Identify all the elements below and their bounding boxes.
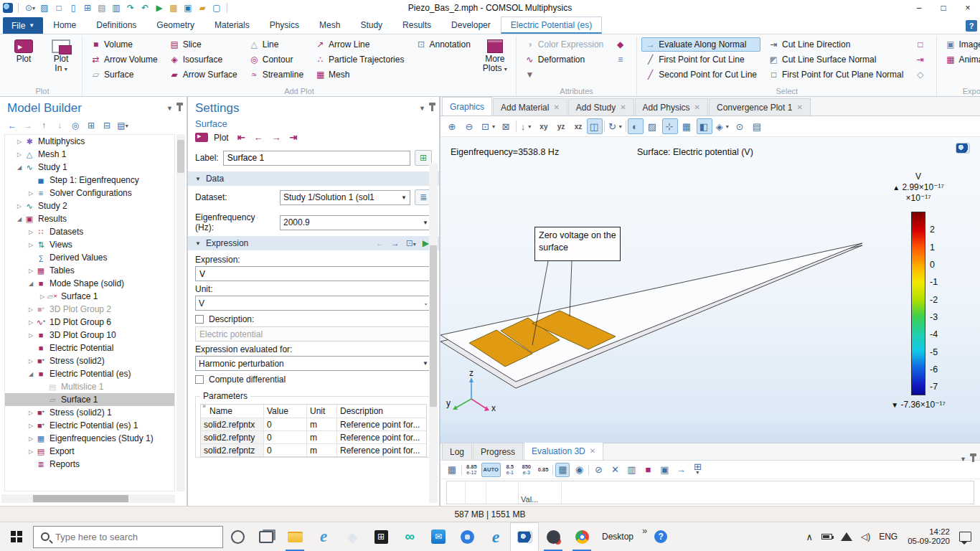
desktop-toolbar-label[interactable]: Desktop	[596, 532, 639, 542]
volume-icon[interactable]: ◁)	[857, 522, 874, 551]
comsol-icon[interactable]	[510, 522, 539, 551]
select-normal-button[interactable]	[911, 52, 932, 67]
tree-expander-icon[interactable]: ▷	[27, 423, 35, 429]
save-as-icon[interactable]: ▩	[167, 1, 180, 14]
copy-icon[interactable]: ▥	[110, 1, 123, 14]
search-input[interactable]	[55, 532, 199, 542]
tree-item[interactable]: ▷ Views	[5, 238, 174, 251]
tree-item[interactable]: Reports	[5, 458, 174, 471]
tree-horizontal-scrollbar[interactable]	[1, 494, 175, 503]
tree-item[interactable]: Step 1: Eigenfrequency	[5, 174, 174, 187]
tree-item[interactable]: ▷ Study 2	[5, 199, 174, 212]
tree-item[interactable]: ▷ Datasets	[5, 225, 174, 238]
taskbar-search[interactable]	[33, 526, 223, 548]
tree-expander-icon[interactable]: ◢	[15, 164, 24, 171]
tree-expander-icon[interactable]: ◢	[27, 371, 35, 377]
show-axes-icon[interactable]: ⊹	[662, 118, 678, 134]
tree-expander-icon[interactable]: ▷	[15, 138, 24, 145]
scene-light-icon[interactable]: ◐	[628, 118, 644, 134]
tree-expander-icon[interactable]: ▷	[27, 319, 35, 326]
minimize-button[interactable]: –	[907, 0, 931, 16]
tree-item[interactable]: ▷ Eigenfrequencies (Study 1)	[5, 432, 174, 445]
tree-item[interactable]: ▷ Electric Potential (es) 1	[5, 419, 174, 432]
cut-line-surface-normal-button[interactable]: Cut Line Surface Normal	[765, 52, 907, 67]
start-button[interactable]	[0, 522, 33, 551]
wifi-icon[interactable]	[837, 522, 856, 551]
ribbon-tab[interactable]: Study	[350, 17, 392, 34]
tree-expander-icon[interactable]: ▷	[15, 151, 24, 158]
plot-canvas[interactable]: Eigenfrequency=3538.8 Hz Surface: Electr…	[440, 137, 980, 443]
tree-expander-icon[interactable]: ▷	[27, 435, 35, 442]
color-swatch-icon[interactable]: ■	[641, 463, 655, 477]
clear-icon[interactable]: ▨	[38, 1, 51, 14]
graphics-tab[interactable]: Add Study✕	[568, 98, 634, 116]
arrow-volume-button[interactable]: Arrow Volume	[87, 52, 161, 67]
tree-item[interactable]: ▷ Multiphysics	[5, 135, 174, 148]
reset-view-icon[interactable]: ↻▾	[606, 118, 624, 134]
precision-8.5e-1-button[interactable]: 8.5e-1	[503, 463, 517, 477]
ribbon-tab[interactable]: Materials	[204, 17, 260, 34]
volume-button[interactable]: Volume	[87, 37, 161, 52]
expression-input[interactable]	[195, 266, 432, 281]
discord-icon[interactable]	[539, 522, 567, 551]
deformation-button[interactable]: Deformation	[521, 52, 607, 67]
plot-action-label[interactable]: Plot	[214, 133, 229, 143]
streamline-button[interactable]: Streamline	[245, 67, 307, 82]
internet-explorer-icon[interactable]: e	[309, 522, 338, 551]
ribbon-tab[interactable]: Results	[392, 17, 441, 34]
parameters-table-row[interactable]: solid2.refpntz 0 m Reference point for..…	[201, 443, 426, 456]
precision-0.85-button[interactable]: 0.85	[536, 463, 551, 477]
help-button[interactable]: ?	[966, 20, 977, 32]
mail-icon[interactable]	[424, 522, 453, 551]
open-file-icon[interactable]: ▰	[196, 1, 209, 14]
expand-all-icon[interactable]: ⊞	[85, 120, 98, 131]
ribbon-tab[interactable]: Physics	[260, 17, 309, 34]
evaluated-for-combobox[interactable]: Harmonic perturbation▼	[195, 356, 432, 371]
delete-table-icon[interactable]: ✕	[608, 463, 622, 477]
zoom-out-icon[interactable]: ⊖	[462, 118, 478, 134]
close-tab-icon[interactable]: ✕	[796, 103, 802, 111]
file-menu-button[interactable]: File▼	[3, 17, 43, 34]
loop-icon[interactable]: ∞	[395, 522, 424, 551]
search-icon[interactable]: ⊙▾	[24, 1, 37, 14]
ribbon-tab[interactable]: Mesh	[309, 17, 350, 34]
graphics-tab[interactable]: Add Physics✕	[635, 98, 708, 116]
save-icon[interactable]: ▣	[182, 1, 194, 14]
tree-item[interactable]: Electric Potential	[5, 342, 174, 354]
tree-item[interactable]: ◢ Electric Potential (es)	[5, 367, 174, 380]
dropbox-icon[interactable]: ◆	[338, 522, 367, 551]
tree-item[interactable]: ▷ Surface 1	[5, 290, 174, 303]
tree-item[interactable]: ▷ Stress (solid2) 1	[5, 406, 174, 419]
language-indicator[interactable]: ENG	[875, 522, 901, 551]
go-forward-icon[interactable]: →	[22, 120, 34, 131]
tree-expander-icon[interactable]: ▷	[27, 358, 35, 364]
contour-button[interactable]: Contour	[245, 52, 307, 67]
tree-expander-icon[interactable]: ▷	[27, 229, 35, 235]
new-file-icon[interactable]: ▢	[210, 1, 223, 14]
settings-vertical-scrollbar[interactable]	[429, 163, 438, 503]
paste-icon[interactable]: ▤	[95, 1, 108, 14]
restore-button[interactable]: □	[931, 0, 956, 16]
expression-section-header[interactable]: ▼ Expression ← → ⊡▾ ▶▾	[188, 236, 439, 250]
graphics-tab[interactable]: Convergence Plot 1✕	[709, 98, 811, 116]
tree-expander-icon[interactable]: ▷	[27, 306, 35, 313]
tree-item[interactable]: ▷ Tables	[5, 264, 174, 277]
tray-expand-icon[interactable]: ∧	[802, 522, 816, 551]
mesh-button[interactable]: Mesh	[311, 67, 407, 82]
more-plots-button[interactable]: MorePlots ▾	[479, 37, 512, 76]
tree-item[interactable]: ▷ Stress (solid2)	[5, 354, 174, 367]
parameters-table-row[interactable]: solid2.refpnty 0 m Reference point for..…	[201, 430, 426, 443]
tree-expander-icon[interactable]: ▷	[27, 332, 35, 339]
tree-expander-icon[interactable]: ▷	[15, 203, 24, 209]
arrow-line-button[interactable]: Arrow Line	[311, 37, 407, 52]
tree-item[interactable]: ▷ 3D Plot Group 10	[5, 329, 174, 342]
tree-item[interactable]: Multislice 1	[5, 380, 174, 393]
isosurface-button[interactable]: Isosurface	[166, 52, 241, 67]
toolbar-overflow-chevron[interactable]: »	[639, 525, 650, 536]
first-plot-icon[interactable]: ⇤	[237, 132, 245, 143]
first-point-for-cut-plane-normal-button[interactable]: First Point for Cut Plane Normal	[765, 67, 907, 82]
clear-table-icon[interactable]: ⊘	[591, 463, 606, 477]
chrome-icon[interactable]	[567, 522, 596, 551]
parameters-table-row[interactable]: solid2.refpntx 0 m Reference point for..…	[201, 418, 426, 430]
dataset-combobox[interactable]: Study 1/Solution 1 (sol1▼	[280, 190, 410, 205]
